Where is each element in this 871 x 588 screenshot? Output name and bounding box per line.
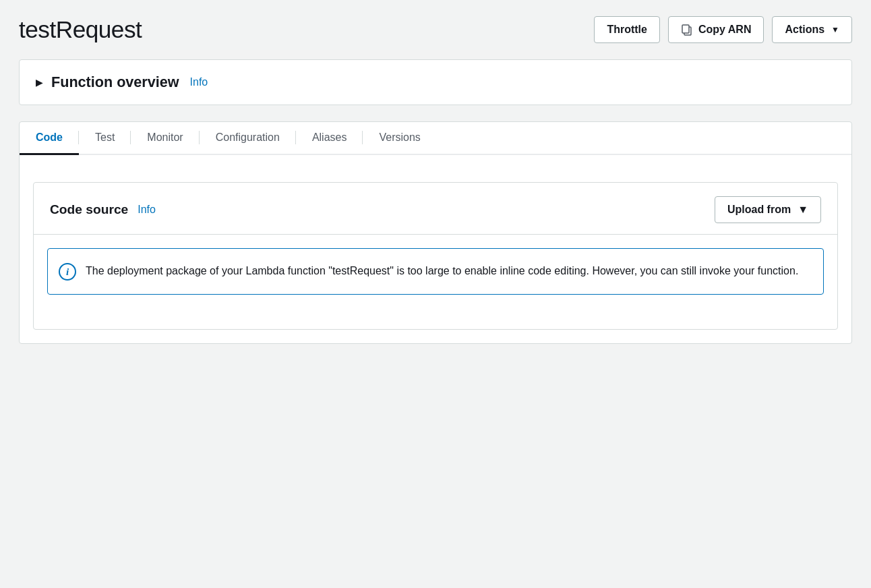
function-overview-title: Function overview — [51, 74, 179, 91]
page-header: testRequest Throttle Copy ARN Actions ▼ — [19, 16, 852, 43]
function-overview-header: ▶ Function overview Info — [20, 60, 851, 105]
tabs-bar: Code Test Monitor Configuration Aliases … — [20, 122, 851, 155]
code-source-content: i The deployment package of your Lambda … — [34, 248, 837, 329]
code-tab-content: Code source Info Upload from ▼ i The dep — [20, 155, 851, 343]
info-icon: i — [59, 263, 76, 281]
code-source-header: Code source Info Upload from ▼ — [34, 183, 837, 235]
upload-from-label: Upload from — [727, 204, 791, 216]
function-overview-card: ▶ Function overview Info — [19, 59, 852, 105]
throttle-button[interactable]: Throttle — [594, 16, 660, 43]
tab-aliases[interactable]: Aliases — [296, 122, 363, 155]
actions-dropdown-arrow: ▼ — [831, 25, 839, 34]
tab-versions[interactable]: Versions — [363, 122, 436, 155]
deployment-info-message: The deployment package of your Lambda fu… — [86, 262, 798, 280]
header-actions: Throttle Copy ARN Actions ▼ — [594, 16, 852, 43]
code-source-card: Code source Info Upload from ▼ i The dep — [33, 182, 838, 330]
code-source-title-group: Code source Info — [50, 202, 156, 217]
page-title: testRequest — [19, 16, 142, 43]
collapse-toggle[interactable]: ▶ — [36, 77, 43, 88]
actions-button[interactable]: Actions ▼ — [772, 16, 852, 43]
code-source-info-link[interactable]: Info — [138, 204, 156, 216]
copy-icon — [681, 24, 693, 36]
tab-code[interactable]: Code — [20, 122, 79, 155]
tab-monitor[interactable]: Monitor — [131, 122, 199, 155]
code-source-title: Code source — [50, 202, 128, 217]
actions-label: Actions — [785, 24, 824, 36]
function-overview-info-link[interactable]: Info — [190, 76, 208, 88]
upload-from-button[interactable]: Upload from ▼ — [715, 196, 821, 223]
tab-test[interactable]: Test — [79, 122, 131, 155]
svg-rect-1 — [682, 25, 689, 33]
copy-arn-label: Copy ARN — [698, 24, 752, 36]
main-content-area: Code Test Monitor Configuration Aliases … — [19, 121, 852, 344]
deployment-info-box: i The deployment package of your Lambda … — [47, 248, 824, 295]
copy-arn-button[interactable]: Copy ARN — [668, 16, 764, 43]
upload-from-arrow: ▼ — [798, 204, 808, 216]
tab-configuration[interactable]: Configuration — [200, 122, 296, 155]
